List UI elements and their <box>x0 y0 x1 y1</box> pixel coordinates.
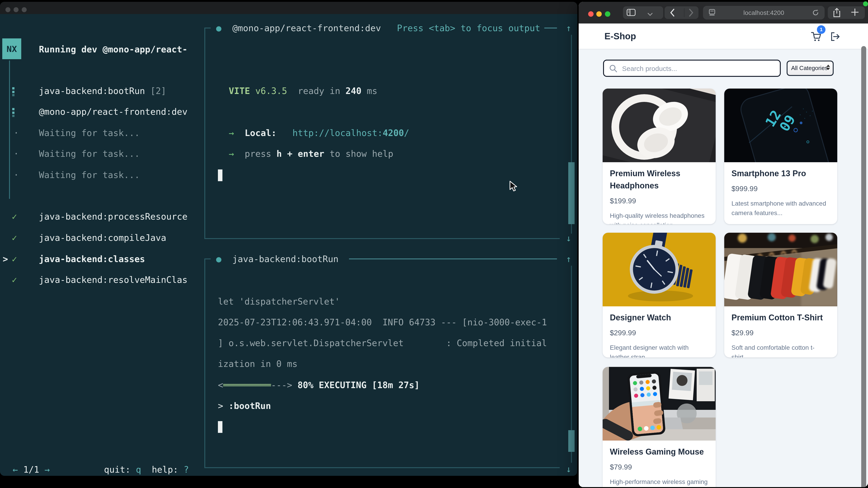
panel-title: @mono-app/react-frontend:dev <box>232 22 381 34</box>
panel-left-border <box>204 28 205 239</box>
product-price: $199.99 <box>610 196 708 206</box>
waiting-dot-icon: · <box>13 169 19 181</box>
localhost-link[interactable]: http://localhost: <box>276 128 383 138</box>
panel-corner <box>204 258 211 259</box>
spinner-icon <box>12 108 15 117</box>
scroll-up-icon[interactable]: ↑ <box>566 253 571 265</box>
product-price: $299.99 <box>610 328 708 338</box>
logout-icon[interactable] <box>830 31 840 44</box>
task-row: java-backend:processResource <box>39 210 187 223</box>
panel-title: java-backend:bootRun <box>232 253 339 265</box>
traffic-light-minimize-icon[interactable] <box>13 7 19 12</box>
panel-bottom-border <box>204 467 560 468</box>
traffic-light-zoom-icon[interactable] <box>22 7 27 12</box>
check-icon: ✓ <box>12 210 17 223</box>
terminal-body: NX Running dev @mono-app/react- java-bac… <box>0 14 577 476</box>
log-line: 2025-07-23T12:06:43.971-04:00 INFO 64733… <box>218 316 547 328</box>
product-name: Designer Watch <box>610 312 708 324</box>
chevron-down-icon[interactable] <box>647 10 653 18</box>
browser-toolbar: localhost:4200 <box>579 2 868 24</box>
waiting-dot-icon: · <box>13 127 19 139</box>
tshirt-rack-photo <box>724 233 837 306</box>
product-description: High-quality wireless headphones with no… <box>610 211 708 224</box>
product-price: $29.99 <box>732 328 830 338</box>
task-tree-line <box>9 61 10 199</box>
product-description: Soft and comfortable cotton t-shirt... <box>732 343 830 357</box>
url-bar[interactable]: localhost:4200 <box>703 6 825 20</box>
product-card[interactable]: Premium Wireless Headphones $199.99 High… <box>602 89 716 224</box>
key-hints: quit: q help: ? <box>104 464 189 476</box>
task-row: @mono-app/react-frontend:dev <box>39 106 187 118</box>
product-name: Wireless Gaming Mouse <box>610 446 708 458</box>
task-row-active: java-backend:classes <box>39 253 145 265</box>
scroll-up-icon[interactable]: ↑ <box>566 22 571 34</box>
reload-icon[interactable] <box>812 9 819 18</box>
panel-left-border <box>204 258 205 468</box>
local-url-line: → Local: http://localhost:4200/ <box>229 127 409 139</box>
task-row: Waiting for task... <box>39 148 140 160</box>
cart-count-badge: 1 <box>817 25 826 34</box>
back-icon[interactable] <box>670 8 675 19</box>
eshop-title: E-Shop <box>604 30 636 42</box>
browser-window: localhost:4200 E-Shop 1 <box>579 2 868 487</box>
terminal-titlebar <box>0 2 577 14</box>
mouse-cursor-icon <box>509 181 519 194</box>
product-card[interactable]: 12 09 Smartphone 13 Pro $999.99 Latest s… <box>724 89 837 224</box>
vite-ready-line: VITE v6.3.5 ready in 240 ms <box>229 85 377 97</box>
search-input[interactable] <box>621 61 777 77</box>
desktop: NX Running dev @mono-app/react- java-bac… <box>0 0 868 488</box>
product-name: Smartphone 13 Pro <box>732 168 830 180</box>
waiting-dot-icon: · <box>13 148 19 160</box>
gradle-task-line: > :bootRun <box>218 400 271 412</box>
task-row: Waiting for task... <box>39 127 140 139</box>
traffic-light-minimize-icon[interactable] <box>596 11 602 17</box>
product-description: Latest smartphone with advanced camera f… <box>732 199 830 218</box>
eshop-header: E-Shop 1 <box>579 24 868 49</box>
product-card[interactable]: Designer Watch $299.99 Elegant designer … <box>602 233 716 357</box>
browser-content: E-Shop 1 All Categories <box>579 24 868 487</box>
panel-hint: Press <tab> to focus output <box>397 22 540 34</box>
category-select[interactable]: All Categories <box>786 61 834 76</box>
panel-bullet-icon: ● <box>216 253 221 265</box>
localhost-port[interactable]: 4200 <box>383 128 404 138</box>
search-box <box>603 60 781 77</box>
traffic-light-close-icon[interactable] <box>5 7 10 12</box>
panel-bullet-icon: ● <box>216 22 221 34</box>
pager-right-icon[interactable]: → <box>44 464 50 475</box>
product-name: Premium Cotton T-Shirt <box>732 312 830 324</box>
watch-photo <box>602 233 716 306</box>
spinner-icon <box>12 87 15 96</box>
gradle-progress-line: <═════════---> 80% EXECUTING [18m 27s] <box>218 379 420 391</box>
scrollbar-thumb[interactable] <box>568 162 575 224</box>
sidebar-icon[interactable] <box>627 8 636 19</box>
traffic-light-zoom-icon[interactable] <box>605 11 610 17</box>
task-row: java-backend:resolveMainClas <box>39 274 206 286</box>
product-card[interactable]: Wireless Gaming Mouse $79.99 High-perfor… <box>602 367 716 487</box>
traffic-light-close-icon[interactable] <box>588 11 594 17</box>
task-row: java-backend:compileJava <box>39 232 166 244</box>
headphones-photo <box>602 89 716 162</box>
panel-corner <box>204 28 211 29</box>
share-icon[interactable] <box>833 8 841 20</box>
url-text[interactable]: localhost:4200 <box>703 6 825 20</box>
phone-in-hand-photo <box>602 367 716 441</box>
product-card[interactable]: Premium Cotton T-Shirt $29.99 Soft and c… <box>724 233 837 357</box>
terminal-window: NX Running dev @mono-app/react- java-bac… <box>0 2 577 476</box>
product-description: Elegant designer watch with leather stra… <box>610 343 708 357</box>
active-task-chevron-icon: > <box>3 253 8 265</box>
task-row: java-backend:bootRun [2] <box>39 85 166 97</box>
new-tab-icon[interactable] <box>851 8 859 18</box>
browser-scrollbar-thumb[interactable] <box>861 46 866 487</box>
pager: ← 1/1 → <box>13 464 50 476</box>
scroll-down-icon[interactable]: ↓ <box>566 232 571 245</box>
scrollbar-thumb[interactable] <box>568 430 575 452</box>
pager-left-icon[interactable]: ← <box>13 464 18 475</box>
screen-recording-dot-icon <box>863 1 868 6</box>
log-line: ] o.s.web.servlet.DispatcherServlet : Co… <box>218 337 547 349</box>
nav-divider <box>684 8 684 17</box>
forward-icon[interactable] <box>688 8 694 19</box>
product-price: $999.99 <box>732 184 830 194</box>
product-price: $79.99 <box>610 462 708 473</box>
search-icon <box>609 64 618 74</box>
scroll-down-icon[interactable]: ↓ <box>566 463 571 475</box>
